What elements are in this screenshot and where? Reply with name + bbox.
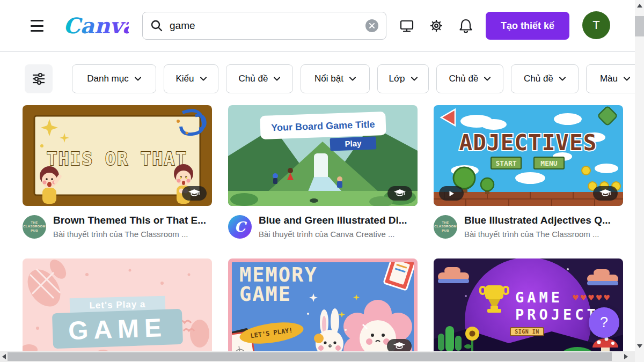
template-thumb-adjectives[interactable]: ADJECTIVES START MENU bbox=[434, 105, 623, 206]
canva-app: Canva bbox=[0, 0, 644, 362]
result-meta: THE CLASSROOM PUB Brown Themed This or T… bbox=[23, 213, 216, 245]
pixel-cloud-right bbox=[587, 269, 618, 285]
pixel-cloud-left bbox=[438, 267, 469, 283]
horizontal-scroll-thumb[interactable] bbox=[8, 352, 612, 361]
canva-logo-text: Canva bbox=[63, 13, 129, 38]
result-title[interactable]: Blue and Green Illustrated Di... bbox=[259, 215, 407, 226]
result-byline: Bài thuyết trình của The Classroom ... bbox=[464, 230, 611, 239]
filter-label: Chủ đề bbox=[524, 73, 553, 84]
filter-dropdown-grade[interactable]: Lớp bbox=[377, 64, 429, 93]
education-badge bbox=[593, 186, 618, 201]
chevron-down-icon bbox=[349, 77, 356, 81]
filter-dropdown-style[interactable]: Kiểu bbox=[164, 64, 218, 93]
hamburger-bar bbox=[31, 20, 43, 21]
creator-avatar[interactable]: THE CLASSROOM PUB bbox=[434, 215, 457, 239]
result-title[interactable]: Brown Themed This or That E... bbox=[53, 215, 206, 226]
hamburger-bar bbox=[31, 30, 43, 32]
filter-dropdown-featured[interactable]: Nổi bật bbox=[301, 64, 370, 93]
chevron-down-icon bbox=[135, 77, 141, 81]
graduation-cap-icon bbox=[394, 189, 406, 197]
education-badge bbox=[387, 186, 412, 201]
filter-dropdown-theme-2[interactable]: Chủ đề bbox=[436, 64, 503, 93]
filter-dropdown-theme-1[interactable]: Chủ đề bbox=[226, 64, 293, 93]
clear-search-icon[interactable] bbox=[365, 19, 378, 32]
card-stack-top bbox=[384, 262, 414, 290]
play-icon bbox=[448, 190, 455, 197]
thumb-heading-line1: MEMORY bbox=[239, 265, 318, 285]
user-avatar[interactable]: T bbox=[582, 11, 610, 39]
hamburger-bar bbox=[31, 25, 43, 27]
thumb-art: GAME ♥♥♥♥♥ PROJECT bbox=[434, 258, 623, 359]
graduation-cap-icon bbox=[188, 189, 200, 197]
chevron-down-icon bbox=[411, 77, 418, 81]
search-icon bbox=[150, 19, 163, 32]
sign-in-button: SIGN IN bbox=[510, 327, 544, 336]
vertical-scrollbar[interactable] bbox=[635, 0, 644, 362]
chevron-down-icon bbox=[484, 77, 491, 81]
thumb-heading-line2: GAME bbox=[239, 285, 318, 304]
thumb-heading-line2: PROJECT bbox=[515, 306, 599, 323]
result-byline: Bài thuyết trình của Canva Creative ... bbox=[259, 230, 407, 239]
chevron-down-icon bbox=[274, 77, 280, 81]
chevron-down-icon bbox=[559, 77, 566, 81]
template-thumb-memory-game[interactable]: MEMORY GAME LET'S PLAY! bbox=[228, 258, 418, 359]
canva-logo[interactable]: Canva bbox=[62, 12, 129, 40]
template-thumb-this-or-that[interactable]: THIS OR THAT bbox=[23, 105, 212, 206]
hamburger-menu-icon[interactable] bbox=[31, 19, 43, 33]
settings-gear-icon[interactable] bbox=[428, 18, 444, 34]
filter-label: Chủ đề bbox=[239, 73, 268, 84]
filter-label: Nổi bật bbox=[314, 73, 343, 84]
meta-text: Blue Illustrated Adjectives Q... Bài thu… bbox=[464, 213, 611, 239]
meta-text: Brown Themed This or That E... Bài thuyế… bbox=[53, 213, 206, 239]
search-box[interactable] bbox=[142, 12, 386, 40]
education-badge bbox=[182, 186, 207, 201]
filter-dropdown-category[interactable]: Danh mục bbox=[72, 64, 156, 93]
filter-label: Màu bbox=[600, 73, 618, 84]
menu-button: MENU bbox=[533, 157, 565, 169]
animated-badge bbox=[439, 186, 464, 201]
filter-label: Danh mục bbox=[87, 73, 128, 84]
bunny-character bbox=[314, 308, 343, 356]
filter-label: Chủ đề bbox=[449, 73, 479, 84]
create-design-button[interactable]: Tạo thiết kế bbox=[486, 12, 569, 40]
sliders-icon bbox=[32, 72, 46, 86]
play-label: Play bbox=[345, 138, 362, 148]
filter-label: Lớp bbox=[389, 73, 405, 84]
hearts-row: ♥♥♥♥♥ bbox=[572, 293, 611, 302]
result-meta: THE CLASSROOM PUB Blue Illustrated Adjec… bbox=[434, 213, 627, 245]
filters-button[interactable] bbox=[25, 64, 53, 93]
search-input[interactable] bbox=[170, 20, 359, 32]
start-button: START bbox=[491, 157, 522, 169]
vertical-scroll-thumb[interactable] bbox=[635, 16, 644, 36]
graduation-cap-icon bbox=[393, 342, 405, 350]
meta-text: Blue and Green Illustrated Di... Bài thu… bbox=[259, 213, 407, 239]
template-thumb-game-project[interactable]: GAME ♥♥♥♥♥ PROJECT bbox=[434, 258, 623, 359]
notifications-bell-icon[interactable] bbox=[458, 18, 474, 34]
scroll-down-arrow[interactable] bbox=[637, 344, 642, 348]
play-button: Play bbox=[330, 137, 377, 151]
template-thumb-lets-play-game[interactable]: Let's Play a GAME bbox=[23, 258, 212, 359]
creator-avatar[interactable]: C bbox=[228, 215, 252, 239]
help-button[interactable]: ? bbox=[589, 307, 619, 338]
filter-label: Kiểu bbox=[175, 73, 194, 84]
title-banner: Your Board Game Title bbox=[260, 112, 386, 139]
scroll-up-arrow[interactable] bbox=[637, 4, 642, 8]
thumb-heading: MEMORY GAME bbox=[239, 265, 318, 305]
devices-icon[interactable] bbox=[399, 18, 415, 34]
top-bar: Canva bbox=[0, 0, 635, 52]
creator-avatar[interactable]: THE CLASSROOM PUB bbox=[23, 215, 46, 239]
result-title[interactable]: Blue Illustrated Adjectives Q... bbox=[464, 215, 611, 226]
cacti bbox=[438, 326, 462, 352]
thumb-heading: THIS OR THAT bbox=[47, 149, 187, 169]
thumb-heading-line1: GAME bbox=[515, 289, 563, 306]
template-thumb-board-game[interactable]: Your Board Game Title Play bbox=[228, 105, 418, 206]
graduation-cap-icon bbox=[599, 189, 611, 197]
thumb-heading: ADJECTIVES bbox=[459, 130, 597, 156]
thumb-heading: GAME bbox=[52, 309, 183, 349]
scroll-right-arrow[interactable] bbox=[624, 354, 628, 359]
filter-dropdown-theme-3[interactable]: Chủ đề bbox=[511, 64, 579, 93]
horizontal-scrollbar[interactable] bbox=[0, 351, 635, 362]
scroll-left-arrow[interactable] bbox=[2, 354, 6, 359]
chevron-down-icon bbox=[200, 77, 207, 81]
result-byline: Bài thuyết trình của The Classroom ... bbox=[53, 230, 206, 239]
